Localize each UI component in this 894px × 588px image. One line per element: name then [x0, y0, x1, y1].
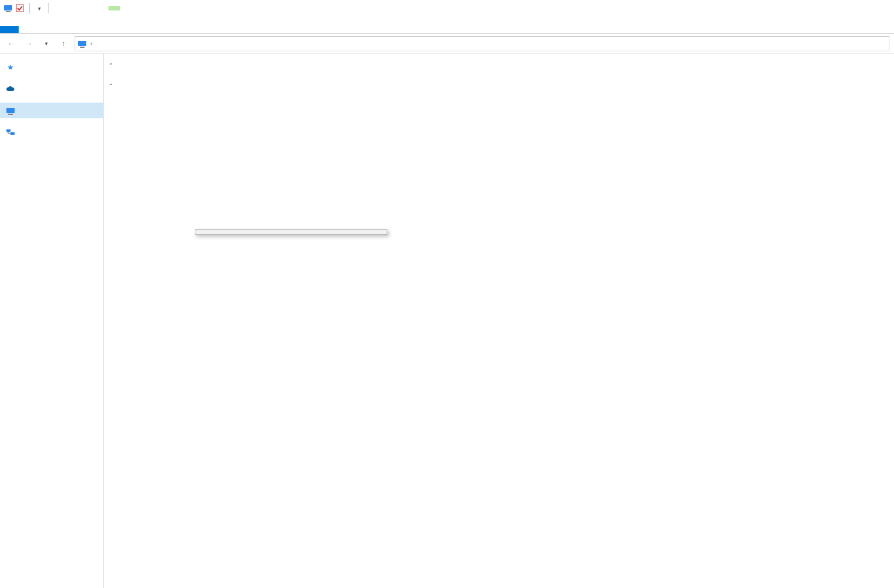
svg-rect-6	[8, 114, 13, 115]
ribbon-tabs	[0, 16, 894, 34]
sidebar-quick-access[interactable]: ★	[0, 59, 103, 75]
sidebar-this-pc[interactable]	[0, 103, 103, 118]
title-bar: ▾	[0, 0, 894, 16]
star-icon: ★	[6, 63, 15, 72]
drive-tiles	[108, 89, 894, 98]
quick-access-toolbar: ▾	[0, 3, 55, 13]
main-area: ★ ⌄	[0, 54, 894, 588]
address-bar[interactable]: ›	[75, 36, 889, 51]
network-icon	[6, 128, 15, 137]
svg-rect-2	[16, 5, 23, 12]
tab-file[interactable]	[0, 26, 19, 33]
content-pane: ⌄ ⌄	[104, 54, 894, 588]
cloud-icon	[6, 84, 15, 94]
nav-up-button[interactable]: ↑	[57, 37, 70, 50]
chevron-down-icon: ⌄	[108, 59, 113, 66]
tab-manage[interactable]	[56, 26, 75, 33]
this-pc-icon	[6, 106, 15, 115]
nav-back-button[interactable]: ←	[5, 37, 17, 50]
properties-qab-icon[interactable]	[15, 3, 24, 13]
chevron-right-icon[interactable]: ›	[90, 40, 92, 47]
svg-rect-3	[78, 41, 86, 46]
svg-rect-1	[6, 11, 10, 12]
chevron-down-icon: ⌄	[108, 80, 113, 86]
svg-rect-7	[6, 129, 10, 132]
tab-view[interactable]	[37, 26, 56, 33]
contextual-tab-drive-tools[interactable]	[108, 6, 120, 10]
navigation-pane: ★	[0, 54, 104, 588]
svg-rect-5	[6, 108, 15, 113]
folder-tiles	[108, 68, 894, 78]
sidebar-onedrive[interactable]	[0, 81, 103, 97]
sidebar-network[interactable]	[0, 124, 103, 140]
qab-dropdown-icon[interactable]: ▾	[34, 3, 44, 13]
tab-computer[interactable]	[19, 26, 37, 33]
svg-rect-0	[4, 5, 12, 10]
context-menu	[195, 229, 387, 235]
address-bar-row: ← → ▾ ↑ ›	[0, 34, 894, 54]
this-pc-addr-icon	[78, 39, 87, 48]
nav-forward-button[interactable]: →	[22, 37, 35, 50]
group-header-drives[interactable]: ⌄	[108, 78, 894, 89]
this-pc-icon[interactable]	[3, 3, 13, 13]
svg-rect-4	[80, 47, 85, 48]
group-header-folders[interactable]: ⌄	[108, 57, 894, 68]
nav-history-dropdown[interactable]: ▾	[40, 37, 52, 50]
